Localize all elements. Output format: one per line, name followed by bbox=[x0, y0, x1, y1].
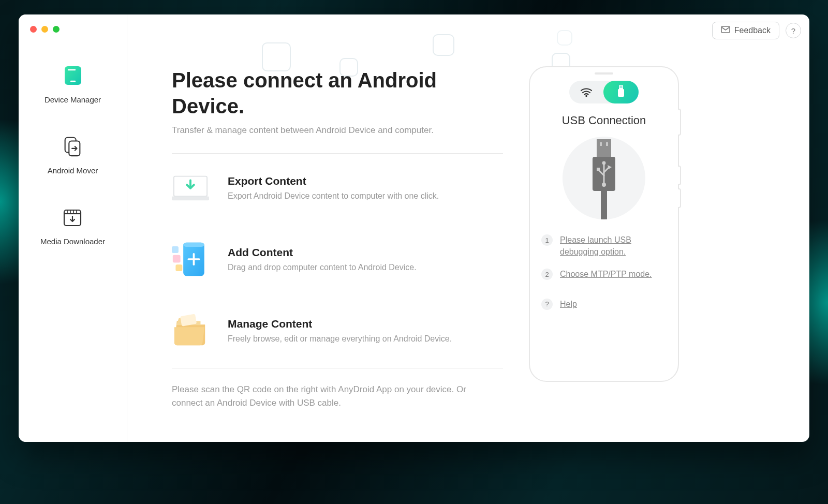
feature-title: Add Content bbox=[228, 246, 417, 259]
phone-side-button bbox=[678, 109, 681, 136]
svg-rect-29 bbox=[606, 142, 608, 146]
step-number: 2 bbox=[541, 269, 553, 280]
phone-side-button bbox=[678, 188, 681, 208]
feature-manage-content[interactable]: Manage Content Freely browse, edit or ma… bbox=[172, 297, 503, 368]
step-help-icon: ? bbox=[541, 299, 553, 310]
sidebar-item-media-downloader[interactable]: Media Downloader bbox=[40, 206, 105, 246]
device-manager-icon bbox=[62, 64, 84, 87]
window-traffic-lights bbox=[30, 26, 60, 33]
svg-rect-26 bbox=[622, 86, 623, 87]
window-minimize-icon[interactable] bbox=[41, 26, 48, 33]
mail-icon bbox=[721, 26, 730, 35]
app-window: Device Manager Android Mover bbox=[19, 14, 809, 442]
main-area: Feedback ? Please connect an Android Dev… bbox=[127, 14, 809, 442]
step-usb-debugging-link[interactable]: Please launch USB debugging option. bbox=[560, 234, 667, 258]
connection-toggle[interactable] bbox=[569, 81, 639, 103]
svg-rect-14 bbox=[173, 255, 181, 263]
sidebar-item-android-mover[interactable]: Android Mover bbox=[48, 135, 98, 175]
right-panel: USB Connection bbox=[529, 43, 689, 421]
svg-point-33 bbox=[602, 183, 606, 187]
feature-title: Manage Content bbox=[228, 318, 452, 330]
wifi-icon[interactable] bbox=[569, 81, 603, 103]
feature-desc: Freely browse, edit or manage everything… bbox=[228, 334, 452, 344]
divider bbox=[172, 368, 503, 368]
window-close-icon[interactable] bbox=[30, 26, 37, 33]
sidebar-item-label: Device Manager bbox=[45, 95, 101, 104]
connection-title: USB Connection bbox=[562, 114, 646, 127]
footer-note: Please scan the QR code on the right wit… bbox=[172, 383, 482, 410]
step-mtp-ptp-link[interactable]: Choose MTP/PTP mode. bbox=[560, 268, 652, 280]
svg-rect-28 bbox=[600, 142, 602, 146]
svg-rect-16 bbox=[172, 246, 179, 253]
sidebar-item-device-manager[interactable]: Device Manager bbox=[45, 64, 101, 104]
svg-rect-18 bbox=[183, 243, 204, 247]
page-title: Please connect an Android Device. bbox=[172, 67, 503, 119]
feedback-button[interactable]: Feedback bbox=[712, 22, 779, 39]
feature-add-content[interactable]: Add Content Drag and drop computer conte… bbox=[172, 225, 503, 297]
step-number: 1 bbox=[541, 234, 553, 246]
step-2: 2 Choose MTP/PTP mode. bbox=[541, 268, 667, 280]
android-mover-icon bbox=[61, 135, 84, 158]
step-help: ? Help bbox=[541, 298, 667, 310]
sidebar-item-label: Media Downloader bbox=[40, 237, 105, 246]
svg-rect-11 bbox=[721, 26, 730, 33]
window-maximize-icon[interactable] bbox=[53, 26, 60, 33]
sidebar: Device Manager Android Mover bbox=[19, 14, 127, 442]
help-button[interactable]: ? bbox=[786, 23, 801, 38]
feedback-label: Feedback bbox=[734, 26, 771, 35]
svg-rect-13 bbox=[172, 197, 209, 201]
steps-list: 1 Please launch USB debugging option. 2 … bbox=[541, 234, 667, 310]
feature-export-content[interactable]: Export Content Export Android Device con… bbox=[172, 154, 503, 225]
svg-point-22 bbox=[585, 95, 587, 97]
svg-rect-25 bbox=[620, 86, 621, 87]
feature-desc: Export Android Device content to compute… bbox=[228, 191, 439, 201]
svg-rect-36 bbox=[601, 191, 607, 219]
help-label: ? bbox=[791, 26, 795, 35]
manage-content-icon bbox=[172, 312, 209, 349]
add-content-icon bbox=[172, 241, 209, 278]
svg-rect-34 bbox=[597, 168, 600, 171]
export-icon bbox=[172, 169, 209, 206]
usb-plug-illustration bbox=[563, 137, 645, 219]
feature-title: Export Content bbox=[228, 175, 439, 187]
feature-desc: Drag and drop computer content to Androi… bbox=[228, 263, 417, 272]
step-help-link[interactable]: Help bbox=[560, 298, 577, 310]
svg-rect-27 bbox=[597, 139, 611, 157]
svg-rect-15 bbox=[175, 264, 182, 271]
phone-side-button bbox=[678, 166, 681, 185]
svg-rect-24 bbox=[618, 89, 624, 97]
phone-mock: USB Connection bbox=[529, 66, 679, 382]
svg-point-32 bbox=[602, 161, 606, 165]
svg-rect-0 bbox=[65, 66, 81, 85]
sidebar-item-label: Android Mover bbox=[48, 166, 98, 175]
usb-icon[interactable] bbox=[603, 81, 639, 103]
svg-rect-23 bbox=[619, 85, 623, 89]
content-column: Please connect an Android Device. Transf… bbox=[172, 43, 503, 421]
step-1: 1 Please launch USB debugging option. bbox=[541, 234, 667, 258]
media-downloader-icon bbox=[61, 206, 84, 229]
top-right-controls: Feedback ? bbox=[712, 22, 801, 39]
page-subtitle: Transfer & manage content between Androi… bbox=[172, 125, 503, 136]
